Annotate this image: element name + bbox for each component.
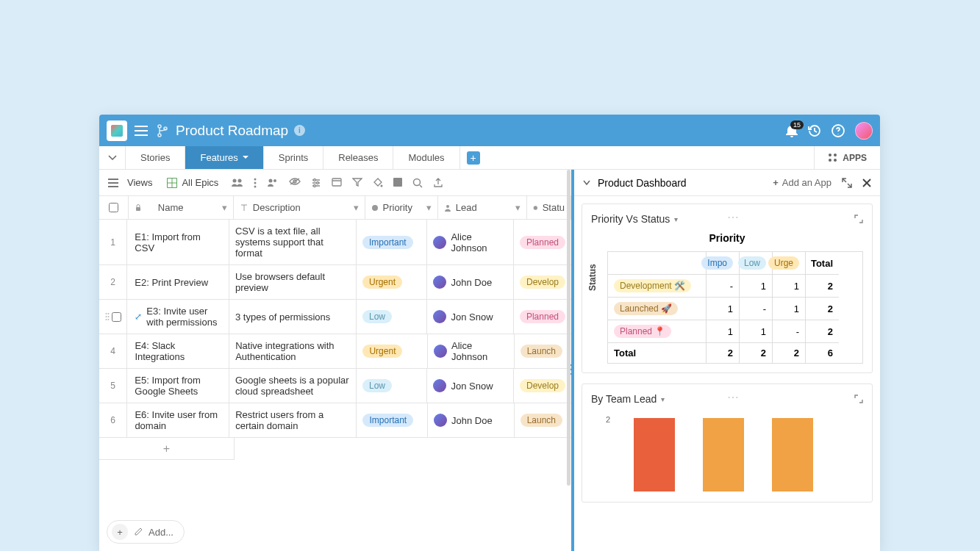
visibility-icon[interactable] [289, 178, 301, 188]
cell-name[interactable]: E1: Import from CSV [127, 220, 229, 264]
bar[interactable] [772, 418, 813, 491]
column-lead[interactable]: Lead ▾ [438, 196, 527, 219]
collapse-icon[interactable] [583, 180, 590, 186]
card-icon[interactable] [332, 178, 342, 188]
splitter-handle[interactable] [568, 361, 574, 378]
drag-icon[interactable] [105, 312, 110, 321]
tab-releases[interactable]: Releases [323, 146, 393, 169]
app-logo[interactable] [107, 120, 127, 141]
svg-point-49 [107, 313, 109, 314]
table-row[interactable]: ⤢E3: Invite user with permissions3 types… [99, 300, 571, 334]
add-app-button[interactable]: +Add an App [773, 177, 831, 188]
export-icon[interactable] [433, 178, 443, 188]
drag-handle-icon[interactable]: ⋯ [727, 390, 739, 404]
add-row[interactable]: + [99, 438, 235, 460]
cell-name[interactable]: E5: Import from Google Sheets [127, 369, 229, 403]
cell-priority[interactable]: Low [357, 369, 427, 403]
info-icon[interactable]: i [294, 125, 305, 136]
table-row[interactable]: 2E2: Print PreviewUse browsers default p… [99, 265, 571, 300]
cell-description[interactable]: 3 types of permissions [229, 300, 357, 334]
cell-name[interactable]: E2: Print Preview [127, 265, 229, 299]
cell-description[interactable]: CSV is a text file, all systems support … [229, 220, 357, 264]
cell-description[interactable]: Native integrations with Authentication [229, 334, 357, 368]
column-name-label: Name [158, 202, 184, 213]
search-icon[interactable] [412, 178, 423, 188]
cell-status[interactable]: Develop [514, 265, 571, 299]
cell-priority[interactable]: Urgent [357, 334, 428, 368]
column-checkbox[interactable] [99, 196, 129, 219]
widget-title[interactable]: Priority Vs Status [591, 213, 670, 225]
fill-icon[interactable] [373, 178, 383, 188]
cell-lead[interactable]: Alice Johnson [428, 334, 515, 368]
tab-stories[interactable]: Stories [126, 146, 185, 169]
cell-priority[interactable]: Urgent [357, 265, 427, 299]
expand-icon[interactable]: ⤢ [135, 311, 142, 322]
tabs-collapse[interactable] [99, 146, 126, 169]
tab-features[interactable]: Features [185, 146, 263, 169]
cell-name[interactable]: E6: Invite user from domain [127, 403, 229, 437]
tab-sprints[interactable]: Sprints [264, 146, 323, 169]
cell-status[interactable]: Launch [515, 334, 571, 368]
cell-description[interactable]: Google sheets is a popular cloud spreads… [229, 369, 357, 403]
select-all-checkbox[interactable] [109, 203, 118, 212]
column-priority[interactable]: Priority ▾ [365, 196, 438, 219]
cell-name[interactable]: ⤢E3: Invite user with permissions [127, 300, 229, 334]
notifications-icon[interactable]: 15 [786, 124, 798, 137]
chevron-down-icon[interactable]: ▾ [661, 395, 665, 403]
cell-lead[interactable]: John Doe [428, 403, 515, 437]
cell-lead[interactable]: Alice Johnson [427, 220, 514, 264]
settings-icon[interactable] [311, 178, 321, 188]
cell-priority[interactable]: Important [357, 403, 428, 437]
expand-icon[interactable] [854, 215, 863, 223]
row-checkbox[interactable] [112, 312, 121, 322]
scrollbar[interactable] [567, 170, 571, 486]
cell-status[interactable]: Launch [515, 403, 571, 437]
chevron-down-icon[interactable]: ▾ [674, 215, 678, 223]
apps-button[interactable]: APPS [814, 146, 880, 169]
menu-icon[interactable] [135, 126, 148, 136]
table-row[interactable]: 4E4: Slack IntegrationsNative integratio… [99, 334, 571, 369]
column-description[interactable]: Description ▾ [234, 196, 365, 219]
column-name[interactable]: Name ▾ [129, 196, 234, 219]
cell-status[interactable]: Develop [514, 369, 571, 403]
cell-description[interactable]: Use browsers default preview [229, 265, 357, 299]
color-icon[interactable] [393, 178, 402, 188]
tab-add[interactable]: + [460, 146, 487, 169]
cell-lead[interactable]: Jon Snow [427, 300, 514, 334]
bar[interactable] [634, 418, 675, 491]
bar[interactable] [703, 418, 744, 491]
cell-status[interactable]: Planned [514, 300, 571, 334]
table-row[interactable]: 5E5: Import from Google SheetsGoogle she… [99, 369, 571, 403]
people-icon[interactable] [267, 178, 279, 188]
cell-description[interactable]: Restrict users from a certain domain [229, 403, 357, 437]
cell-status[interactable]: Planned [514, 220, 571, 264]
cell-priority[interactable]: Important [357, 220, 427, 264]
close-icon[interactable] [862, 179, 871, 187]
add-row-button[interactable]: + Add... [107, 520, 185, 544]
more-icon[interactable] [254, 178, 257, 188]
cell-lead[interactable]: John Doe [427, 265, 514, 299]
filter-icon[interactable] [352, 178, 362, 188]
cell-lead[interactable]: Jon Snow [427, 369, 514, 403]
cell-priority[interactable]: Low [357, 300, 427, 334]
help-icon[interactable] [831, 124, 845, 137]
share-icon[interactable] [232, 178, 243, 188]
history-icon[interactable] [808, 124, 821, 137]
views-icon[interactable] [108, 179, 118, 187]
view-selector[interactable]: All Epics [167, 177, 218, 188]
expand-icon[interactable] [854, 395, 863, 403]
svg-point-35 [314, 184, 316, 187]
user-avatar[interactable] [855, 122, 873, 140]
expand-icon[interactable] [842, 178, 852, 188]
table-row[interactable]: 6E6: Invite user from domainRestrict use… [99, 403, 571, 438]
table-row[interactable]: 1E1: Import from CSVCSV is a text file, … [99, 220, 571, 265]
widget-title[interactable]: By Team Lead [591, 393, 657, 405]
titlebar: Product Roadmap i 15 [99, 115, 880, 146]
drag-handle-icon[interactable]: ⋯ [727, 210, 739, 224]
row-number: 4 [99, 334, 127, 368]
grid-header: Name ▾ Description ▾ Priority ▾ Lead ▾ [99, 196, 571, 220]
column-status[interactable]: Statu [527, 196, 571, 219]
tab-modules[interactable]: Modules [393, 146, 459, 169]
views-label[interactable]: Views [127, 177, 152, 188]
cell-name[interactable]: E4: Slack Integrations [127, 334, 229, 368]
